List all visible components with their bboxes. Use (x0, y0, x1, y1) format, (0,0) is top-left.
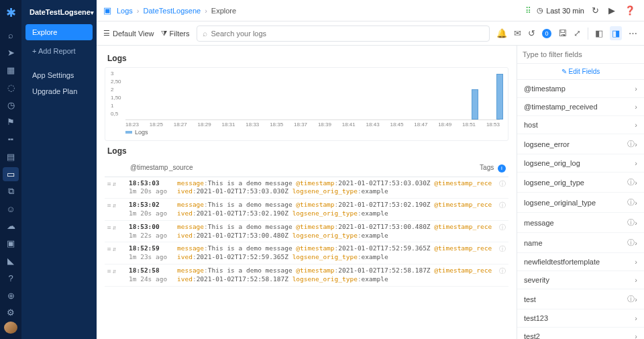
cloud-icon[interactable]: ☁ (3, 219, 19, 234)
field-row[interactable]: logsene_orig_typeⓘ› (517, 173, 644, 193)
info-icon[interactable]: ⓘ (625, 294, 635, 304)
bot-icon[interactable]: ☺ (3, 201, 19, 216)
search-input[interactable] (211, 30, 484, 38)
field-row[interactable]: nameⓘ› (517, 233, 644, 253)
log-row[interactable]: ≡⇵18:52:591m 23s agomessage:This is a de… (105, 242, 508, 264)
field-row[interactable]: @timestamp› (517, 80, 644, 98)
nav-app-settings[interactable]: App Settings (25, 67, 93, 83)
log-row[interactable]: ≡⇵18:53:001m 22s agomessage:This is a de… (105, 221, 508, 243)
help-circle-icon[interactable]: ❓ (623, 5, 637, 15)
toolbar-badge[interactable]: 0 (542, 29, 551, 38)
save-icon[interactable]: 🖫 (558, 28, 567, 38)
field-row[interactable]: logsene_original_typeⓘ› (517, 193, 644, 213)
info-icon[interactable]: ⓘ (625, 139, 635, 149)
field-row[interactable]: @timestamp_received› (517, 98, 644, 116)
chart-bar[interactable] (472, 89, 478, 119)
field-row[interactable]: newfieldtestfortemplate› (517, 253, 644, 271)
row-ago: 1m 22s ago (129, 232, 177, 240)
logs-icon[interactable]: ▭ (3, 167, 19, 182)
sort-icon[interactable]: ⇵ (113, 224, 117, 232)
settings-icon[interactable]: ⚙ (3, 305, 19, 320)
sort-icon[interactable]: ⇵ (113, 201, 117, 210)
log-row[interactable]: ≡⇵18:52:581m 24s agomessage:This is a de… (105, 264, 508, 287)
pencil-icon: ✎ (561, 68, 569, 75)
rocket-icon[interactable]: ➤ (3, 46, 19, 60)
panel-left-icon[interactable]: ◧ (595, 28, 603, 38)
field-row[interactable]: test123› (517, 309, 644, 328)
col-source[interactable]: _source (169, 164, 472, 173)
app-selector[interactable]: DateTestLogsene (25, 5, 93, 19)
chevron-right-icon: › (635, 314, 637, 322)
info-icon[interactable]: ⓘ (499, 267, 506, 275)
expand-icon[interactable]: ⤢ (574, 28, 581, 38)
bell-icon[interactable]: 🔔 (496, 28, 507, 38)
explore-button[interactable]: Explore (25, 24, 93, 40)
megaphone-icon[interactable]: ◣ (3, 254, 19, 269)
breadcrumb-sep: › (137, 7, 140, 15)
invite-icon[interactable]: ⊕ (3, 288, 19, 303)
drag-icon[interactable]: ≡ (107, 267, 111, 276)
sort-icon[interactable]: ⇵ (113, 267, 117, 276)
infra-icon[interactable]: ⧉ (3, 184, 19, 199)
field-row[interactable]: logsene_errorⓘ› (517, 134, 644, 154)
chart-icon[interactable]: ╍ (3, 132, 19, 147)
search-icon[interactable]: ⌕ (3, 28, 19, 43)
more-icon[interactable]: ⋯ (629, 28, 637, 38)
info-icon[interactable]: ⓘ (499, 201, 506, 209)
gift-icon[interactable]: ▣ (3, 236, 19, 251)
breadcrumb-app[interactable]: DateTestLogsene (144, 7, 201, 15)
flag-icon[interactable]: ⚑ (3, 115, 19, 130)
chevron-right-icon: › (635, 85, 637, 93)
logs-chart[interactable]: 32,5021,5010,5 18:2318:2518:2718:2918:31… (105, 67, 508, 141)
info-icon[interactable]: ⓘ (625, 217, 635, 228)
chevron-right-icon: › (635, 295, 637, 303)
field-row[interactable]: severity› (517, 271, 644, 289)
avatar[interactable] (4, 322, 17, 334)
time-picker[interactable]: ◷ Last 30 min (537, 6, 584, 15)
apps-grid-icon[interactable]: ⠿ (525, 6, 531, 15)
col-timestamp[interactable]: @timestamp (107, 164, 169, 173)
info-icon[interactable]: ⓘ (499, 245, 506, 252)
info-icon[interactable]: ⓘ (499, 224, 506, 231)
sort-icon[interactable]: ⇵ (113, 245, 117, 254)
sort-icon[interactable]: ⇵ (113, 180, 117, 189)
info-icon[interactable]: ⓘ (499, 180, 506, 187)
db-icon[interactable]: ▤ (3, 150, 19, 164)
nav-upgrade-plan[interactable]: Upgrade Plan (25, 83, 93, 99)
drag-icon[interactable]: ≡ (107, 180, 111, 189)
info-icon[interactable]: ⓘ (625, 197, 635, 207)
x-tick: 18:53 (486, 122, 500, 128)
drag-icon[interactable]: ≡ (107, 201, 111, 210)
play-icon[interactable]: ▶ (606, 5, 617, 15)
refresh-icon[interactable]: ↻ (590, 5, 601, 15)
clock-icon[interactable]: ◷ (3, 97, 19, 112)
main-area: ▣ Logs › DateTestLogsene › Explore ⠿ ◷ L… (97, 0, 644, 339)
field-row[interactable]: messageⓘ› (517, 213, 644, 233)
row-ago: 1m 20s ago (129, 209, 177, 218)
default-view-button[interactable]: ☰ Default View (103, 29, 154, 38)
filter-fields-input[interactable] (523, 50, 639, 58)
breadcrumb-logs[interactable]: Logs (117, 7, 133, 15)
globe-icon[interactable]: ◌ (3, 80, 19, 95)
drag-icon[interactable]: ≡ (107, 245, 111, 254)
search-bar[interactable]: ⌕ (197, 26, 490, 42)
add-report-button[interactable]: + Add Report (25, 43, 93, 59)
field-row[interactable]: host› (517, 116, 644, 134)
log-row[interactable]: ≡⇵18:53:021m 20s agomessage:This is a de… (105, 199, 508, 221)
grid-icon[interactable]: ▦ (3, 63, 19, 78)
chart-bar[interactable] (496, 74, 503, 119)
info-icon[interactable]: ⓘ (625, 177, 635, 187)
reset-icon[interactable]: ↺ (528, 28, 535, 38)
help-icon[interactable]: ? (3, 271, 19, 285)
log-row[interactable]: ≡⇵18:53:031m 20s agomessage:This is a de… (105, 177, 508, 199)
filters-button[interactable]: ⧩ Filters (161, 29, 190, 38)
field-row[interactable]: testⓘ› (517, 289, 644, 309)
mail-icon[interactable]: ✉ (514, 28, 521, 38)
col-tags[interactable]: Tags i (472, 164, 506, 173)
field-row[interactable]: test2› (517, 328, 644, 339)
field-row[interactable]: logsene_orig_log› (517, 154, 644, 173)
panel-right-icon[interactable]: ◨ (610, 26, 622, 40)
drag-icon[interactable]: ≡ (107, 224, 111, 232)
info-icon[interactable]: ⓘ (625, 238, 635, 248)
edit-fields-button[interactable]: ✎ Edit Fields (517, 64, 644, 80)
